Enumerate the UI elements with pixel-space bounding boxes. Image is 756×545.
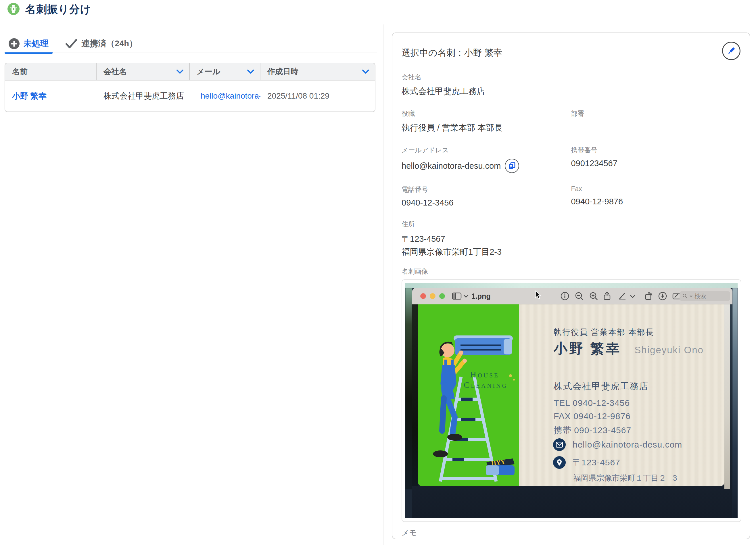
tab-linked-24h[interactable]: 連携済（24h） (61, 36, 141, 51)
card-tel: TEL 0940-12-3456 (554, 398, 630, 408)
column-header-created[interactable]: 作成日時 (260, 63, 375, 80)
card-fax: FAX 0940-12-9876 (554, 411, 631, 421)
field-fax: Fax 0940-12-9876 (571, 185, 741, 208)
photo-background (405, 288, 412, 489)
page-title: 名刺振り分け (25, 2, 91, 17)
email-link[interactable]: hello@kainotora-... (201, 91, 260, 101)
card-table: 名前 会社名 メール 作成日時 小野 繁幸 株式会社甲斐虎工務店 (5, 63, 375, 112)
name-link[interactable]: 小野 繁幸 (12, 91, 47, 101)
sort-chevron-icon[interactable] (362, 69, 370, 74)
column-header-company[interactable]: 会社名 (97, 63, 190, 80)
plus-circle-icon (9, 38, 20, 49)
card-image-label: 名刺画像 (402, 267, 740, 276)
field-mobile: 携帯番号 0901234567 (571, 146, 741, 173)
selected-card-panel: 選択中の名刺：小野 繁幸 会社名 株式会社甲斐虎工務店 役職 執行役員 / 営業… (392, 32, 750, 539)
photo-background (405, 283, 738, 288)
field-phone: 電話番号 0940-12-3456 (402, 185, 571, 208)
tabbar-divider (5, 53, 377, 53)
tab-label: 連携済（24h） (81, 38, 137, 49)
card-title-line: 執行役員 営業本部 本部長 (554, 327, 654, 338)
cursor-icon (533, 290, 543, 300)
field-position: 役職 執行役員 / 営業本部 本部長 (402, 109, 571, 134)
search-input[interactable]: 検索 (680, 291, 730, 301)
detail-header: 選択中の名刺：小野 繁幸 (402, 42, 740, 60)
chip-icon (9, 5, 18, 13)
search-placeholder: 検索 (694, 292, 706, 300)
card-name-en: Shigeyuki Ono (634, 345, 704, 355)
svg-text:House: House (470, 370, 499, 379)
markup-pencil-icon[interactable] (617, 291, 627, 301)
info-icon[interactable] (560, 291, 570, 301)
zoom-out-icon[interactable] (574, 291, 584, 301)
pencil-icon (726, 46, 736, 56)
tab-unprocessed[interactable]: 未処理 (5, 36, 53, 51)
card-address: 福岡県宗像市栄町１丁目２−３ (573, 473, 679, 483)
table-header: 名前 会社名 メール 作成日時 (5, 63, 375, 80)
sidebar-icon[interactable] (452, 291, 462, 301)
tab-bar: 未処理 連携済（24h） (5, 36, 141, 51)
svg-text:Cleaning: Cleaning (464, 380, 508, 389)
business-card-image: IIYY House Cleaning 執行役員 営業本部 本部長 小野 繁幸S… (412, 304, 732, 518)
share-icon[interactable] (602, 291, 612, 301)
card-company: 株式会社甲斐虎工務店 (554, 380, 648, 392)
card-green-panel: IIYY House Cleaning (418, 304, 519, 486)
preview-window: 1.png (412, 288, 732, 518)
minimize-icon[interactable] (430, 293, 435, 299)
card-page-edge (724, 304, 730, 489)
cell-name: 小野 繁幸 (5, 91, 97, 101)
location-pin-icon (553, 456, 566, 469)
rotate-icon[interactable] (644, 291, 654, 301)
house-cleaning-illustration: IIYY House Cleaning (418, 304, 519, 486)
copy-icon (508, 162, 516, 170)
preview-filename: 1.png (471, 292, 491, 300)
tab-label: 未処理 (24, 38, 49, 49)
detail-fields: 会社名 株式会社甲斐虎工務店 役職 執行役員 / 営業本部 本部長 部署 メール… (402, 73, 740, 258)
field-department: 部署 (571, 109, 741, 134)
address-street: 福岡県宗像市栄町1丁目2-3 (402, 245, 740, 258)
check-icon (65, 39, 77, 49)
detail-title: 選択中の名刺：小野 繁幸 (402, 42, 502, 59)
panel-divider (383, 24, 383, 545)
field-address: 住所 〒123-4567 福岡県宗像市栄町1丁目2-3 (402, 220, 740, 258)
card-name: 小野 繁幸Shigeyuki Ono (554, 339, 704, 358)
card-photo[interactable]: 1.png (405, 283, 738, 518)
column-header-name[interactable]: 名前 (5, 63, 97, 80)
zoom-in-icon[interactable] (589, 291, 598, 301)
search-icon (682, 293, 688, 299)
cell-email: hello@kainotora-... (190, 91, 260, 101)
card-email-row: hello@kainotora-desu.com (553, 438, 682, 451)
mail-icon (553, 438, 566, 451)
pen-circle-icon[interactable] (658, 291, 667, 301)
chevron-down-icon[interactable] (463, 291, 469, 301)
photo-background (732, 288, 738, 518)
column-header-email[interactable]: メール (190, 63, 260, 80)
sort-chevron-icon[interactable] (176, 69, 184, 74)
cell-company: 株式会社甲斐虎工務店 (97, 91, 190, 101)
close-icon[interactable] (420, 293, 426, 299)
card-mobile: 携帯 090-123-4567 (554, 425, 631, 436)
edit-button[interactable] (722, 42, 740, 60)
photo-background (412, 304, 418, 486)
address-postal: 〒123-4567 (402, 233, 740, 245)
chevron-down-icon[interactable] (630, 291, 636, 301)
maximize-icon[interactable] (439, 293, 445, 299)
preview-toolbar: 1.png (412, 288, 732, 304)
card-image-frame: 1.png (402, 279, 741, 522)
field-email: メールアドレス hello@kainotora-desu.com (402, 146, 571, 173)
card-postal-row: 〒123-4567 (553, 456, 620, 469)
app-icon (7, 3, 20, 15)
copy-email-button[interactable] (505, 159, 519, 173)
chevron-down-icon (689, 294, 693, 298)
sort-chevron-icon[interactable] (247, 69, 255, 74)
field-company: 会社名 株式会社甲斐虎工務店 (402, 73, 571, 97)
table-row[interactable]: 小野 繁幸 株式会社甲斐虎工務店 hello@kainotora-... 202… (5, 80, 375, 112)
card-text-panel: 執行役員 営業本部 本部長 小野 繁幸Shigeyuki Ono 株式会社甲斐虎… (519, 304, 724, 486)
memo-label: メモ (402, 528, 740, 538)
cell-created: 2025/11/08 01:29 (260, 91, 375, 101)
